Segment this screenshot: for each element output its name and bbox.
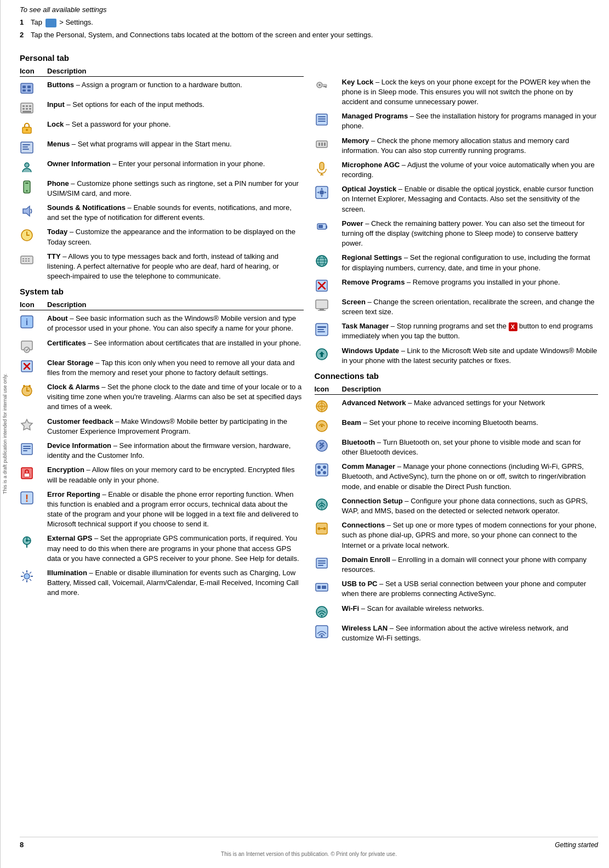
connections-desc-col-header: Description: [342, 385, 599, 393]
item-icon-external-gps: [20, 534, 47, 549]
personal-icon-col-header: Icon: [20, 67, 47, 75]
svg-line-57: [30, 572, 31, 574]
item-desc-external-gps: External GPS – Set the appropriate GPS c…: [47, 534, 304, 564]
svg-rect-26: [22, 258, 24, 259]
svg-rect-45: [24, 473, 30, 477]
svg-rect-29: [22, 260, 24, 262]
list-item: Wireless LAN – See information about the…: [315, 623, 599, 643]
svg-text:!: !: [25, 493, 29, 504]
svg-point-113: [323, 471, 326, 474]
list-item: Owner Information – Enter your personal …: [20, 159, 304, 174]
item-desc-about: About – See basic information such as th…: [47, 314, 304, 333]
list-item: i About – See basic information such as …: [20, 314, 304, 333]
item-icon-certificates: [20, 338, 47, 354]
step-text-2: Tap the Personal, System, and Connection…: [31, 31, 373, 39]
item-desc-menus: Menus – Set what programs will appear in…: [47, 139, 304, 149]
svg-rect-41: [23, 446, 31, 447]
list-item: Screen – Change the screen orientation, …: [315, 297, 599, 317]
item-desc-managed-programs: Managed Programs – See the installation …: [342, 111, 599, 131]
svg-rect-69: [318, 143, 320, 146]
item-icon-phone: [20, 179, 47, 194]
item-icon-power: [315, 219, 342, 234]
item-icon-optical-joystick: [315, 184, 342, 200]
item-icon-clock-alarms: [20, 382, 47, 398]
item-desc-certificates: Certificates – See information about cer…: [47, 338, 304, 348]
item-desc-input: Input – Set options for each of the inpu…: [47, 100, 304, 110]
step-num-1: 1: [20, 18, 31, 26]
list-item: Bluetooth – Turn Bluetooth on, set your …: [315, 438, 599, 457]
svg-rect-42: [23, 448, 31, 449]
item-icon-today: [20, 227, 47, 242]
svg-rect-8: [29, 105, 31, 107]
svg-rect-12: [22, 111, 31, 112]
item-icon-wifi: [315, 604, 342, 619]
item-icon-lock: [20, 120, 47, 135]
svg-rect-127: [322, 586, 326, 589]
item-icon-about: i: [20, 314, 47, 329]
list-item: Lock – Set a password for your phone.: [20, 120, 304, 135]
item-desc-tty: TTY – Allows you to type messages back a…: [47, 252, 304, 282]
list-item: Input – Set options for each of the inpu…: [20, 100, 304, 115]
item-desc-optical-joystick: Optical Joystick – Enable or disable the…: [342, 184, 599, 214]
item-icon-advanced-network: [315, 398, 342, 413]
svg-rect-3: [22, 89, 26, 92]
intro-section: To see all available settings 1 Tap > Se…: [20, 5, 598, 42]
item-desc-phone: Phone – Customize phone settings such as…: [47, 179, 304, 198]
svg-point-38: [23, 385, 25, 387]
item-desc-comm-manager: Comm Manager – Manage your phone connect…: [342, 462, 599, 492]
list-item: Sounds & Notifications – Enable sounds f…: [20, 203, 304, 223]
svg-point-107: [321, 425, 323, 427]
svg-rect-2: [27, 86, 31, 88]
svg-rect-123: [318, 563, 326, 564]
item-icon-owner: [20, 159, 47, 174]
item-desc-wifi: Wi-Fi – Scan for available wireless netw…: [342, 604, 599, 614]
list-item: Task Manager – Stop running programs and…: [315, 321, 599, 341]
item-icon-memory: [315, 136, 342, 151]
list-item: Phone – Customize phone settings such as…: [20, 179, 304, 198]
svg-point-112: [317, 471, 321, 474]
system-desc-col-header: Description: [47, 300, 304, 309]
svg-rect-27: [25, 258, 27, 259]
svg-rect-66: [318, 118, 326, 120]
list-item: Menus – Set what programs will appear in…: [20, 139, 304, 155]
svg-point-129: [321, 615, 322, 616]
side-label: This is a draft publication intended for…: [0, 0, 9, 868]
svg-rect-9: [22, 108, 25, 110]
item-icon-input: [20, 100, 47, 115]
list-item: USB to PC – Set a USB serial connection …: [315, 579, 599, 599]
item-icon-tty: [20, 252, 47, 267]
svg-point-118: [317, 527, 320, 530]
intro-step-1: 1 Tap > Settings.: [20, 18, 598, 27]
item-desc-encryption: Encryption – Allow files on your memory …: [47, 465, 304, 485]
svg-rect-92: [316, 300, 328, 309]
footer-bar: 8 Getting started: [20, 837, 598, 849]
footer-note: This is an Internet version of this publ…: [20, 851, 598, 857]
right-col: Key Lock – Lock the keys on your phone e…: [315, 48, 599, 831]
item-desc-connection-setup: Connection Setup – Configure your phone …: [342, 496, 599, 516]
svg-point-131: [321, 635, 323, 637]
connections-settings-list: Advanced Network – Make advanced setting…: [315, 398, 599, 643]
item-icon-connections: [315, 520, 342, 536]
item-icon-comm-manager: [315, 462, 342, 477]
item-icon-connection-setup: [315, 496, 342, 512]
list-item: Optical Joystick – Enable or disable the…: [315, 184, 599, 214]
svg-point-19: [25, 163, 29, 167]
intro-step-2: 2 Tap the Personal, System, and Connecti…: [20, 31, 598, 39]
item-desc-remove-programs: Remove Programs – Remove programs you in…: [342, 277, 599, 287]
svg-point-22: [26, 190, 28, 191]
svg-rect-96: [317, 326, 326, 328]
item-icon-remove-programs: [315, 277, 342, 293]
svg-rect-97: [317, 329, 324, 330]
item-icon-key-lock: [315, 77, 342, 93]
svg-rect-18: [22, 149, 29, 150]
item-icon-clear-storage: [20, 358, 47, 373]
list-item: Clock & Alarms – Set the phone clock to …: [20, 382, 304, 412]
system-continued-list: Key Lock – Lock the keys on your phone e…: [315, 77, 599, 366]
item-desc-today: Today – Customize the appearance and the…: [47, 227, 304, 247]
item-desc-customer-feedback: Customer feedback – Make Windows® Mobile…: [47, 417, 304, 436]
item-icon-wireless-lan: [315, 623, 342, 639]
item-desc-bluetooth: Bluetooth – Turn Bluetooth on, set your …: [342, 438, 599, 457]
two-col-layout: Personal tab Icon Description Buttons – …: [20, 48, 598, 831]
svg-rect-0: [21, 83, 33, 93]
svg-point-119: [323, 527, 326, 530]
